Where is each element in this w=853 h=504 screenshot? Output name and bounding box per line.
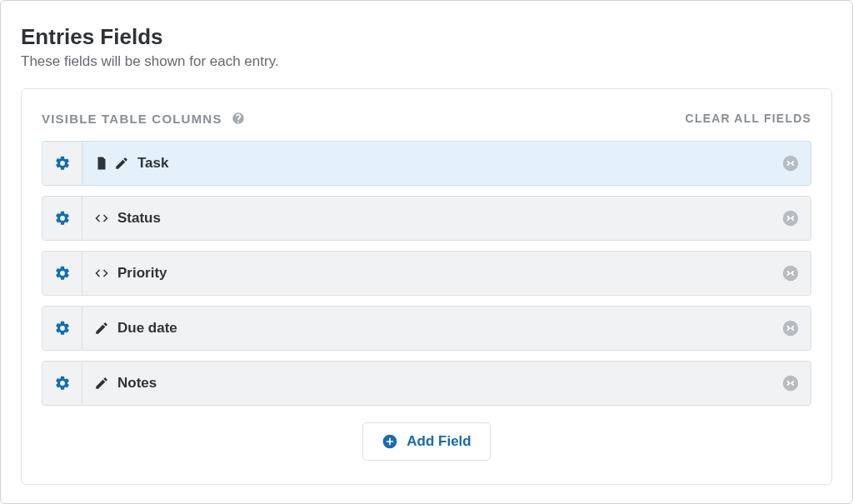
pencil-icon [94,376,109,391]
field-settings-button[interactable] [42,362,82,405]
remove-field-button[interactable] [771,252,811,295]
remove-field-button[interactable] [771,197,811,240]
field-label-cell[interactable]: Due date [82,307,771,350]
close-circle-icon [781,319,800,337]
field-label: Priority [117,265,167,282]
field-type-icons [94,266,109,281]
close-circle-icon [781,154,800,172]
field-label: Due date [117,320,177,337]
close-circle-icon [781,209,800,227]
card-header: VISIBLE TABLE COLUMNS CLEAR ALL FIELDS [42,111,811,126]
field-label: Task [137,155,169,172]
code-icon [94,266,109,281]
field-label: Status [117,210,161,227]
field-settings-button[interactable] [42,307,82,350]
gear-icon [54,210,71,227]
file-icon [94,156,109,171]
field-settings-button[interactable] [42,197,82,240]
field-row[interactable]: Status [42,196,811,241]
field-settings-button[interactable] [42,252,82,295]
pencil-icon [114,156,129,171]
field-settings-button[interactable] [42,142,82,185]
field-row[interactable]: Due date [42,306,811,351]
close-circle-icon [781,264,800,282]
field-label-cell[interactable]: Priority [82,252,771,295]
code-icon [94,211,109,226]
entries-fields-panel: Entries Fields These fields will be show… [0,0,853,504]
close-circle-icon [781,374,800,392]
card-title-text: VISIBLE TABLE COLUMNS [42,112,222,126]
field-row[interactable]: Notes [42,361,811,406]
field-row[interactable]: Priority [42,251,811,296]
plus-circle-icon [382,433,398,450]
gear-icon [54,375,71,392]
fields-list: TaskStatusPriorityDue dateNotes [42,141,811,406]
field-type-icons [94,211,109,226]
field-label-cell[interactable]: Task [82,142,771,185]
remove-field-button[interactable] [771,307,811,350]
field-row[interactable]: Task [42,141,811,186]
pencil-icon [94,321,109,336]
field-type-icons [94,156,129,171]
field-type-icons [94,376,109,391]
card-title: VISIBLE TABLE COLUMNS [42,111,246,126]
gear-icon [54,265,71,282]
page-subtitle: These fields will be shown for each entr… [21,53,832,70]
add-field-wrap: Add Field [42,422,811,461]
add-field-button[interactable]: Add Field [362,422,490,461]
page-title: Entries Fields [21,24,832,50]
visible-columns-card: VISIBLE TABLE COLUMNS CLEAR ALL FIELDS T… [21,88,832,485]
field-label: Notes [117,375,157,392]
field-label-cell[interactable]: Notes [82,362,771,405]
gear-icon [54,155,71,172]
field-label-cell[interactable]: Status [82,197,771,240]
remove-field-button[interactable] [771,142,811,185]
field-type-icons [94,321,109,336]
remove-field-button[interactable] [771,362,811,405]
add-field-label: Add Field [407,433,471,450]
help-icon[interactable] [231,111,246,126]
gear-icon [54,320,71,337]
clear-all-fields-button[interactable]: CLEAR ALL FIELDS [686,112,811,125]
